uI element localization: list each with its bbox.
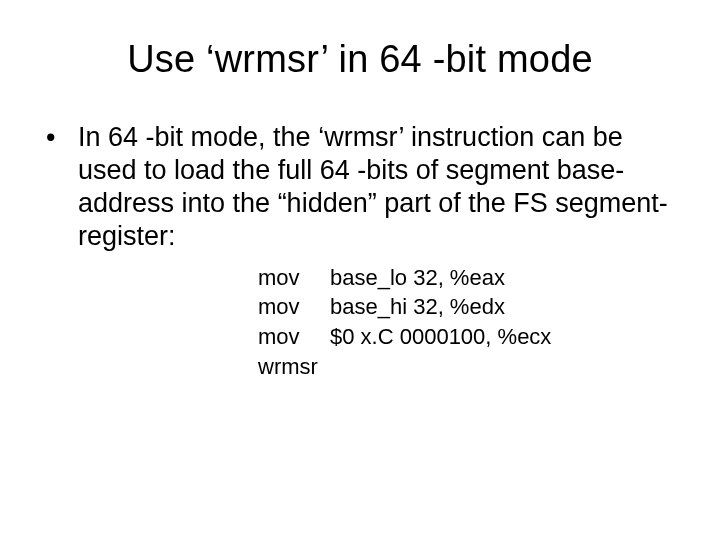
code-mnemonic: mov bbox=[258, 322, 330, 352]
code-operands: base_lo 32, %eax bbox=[330, 263, 680, 293]
bullet-list: In 64 -bit mode, the ‘wrmsr’ instruction… bbox=[40, 121, 680, 382]
code-operands bbox=[330, 352, 680, 382]
slide: Use ‘wrmsr’ in 64 -bit mode In 64 -bit m… bbox=[0, 0, 720, 540]
code-mnemonic: mov bbox=[258, 263, 330, 293]
code-mnemonic: wrmsr bbox=[258, 352, 330, 382]
code-operands: $0 x.C 0000100, %ecx bbox=[330, 322, 680, 352]
code-line: mov base_lo 32, %eax bbox=[258, 263, 680, 293]
code-line: mov $0 x.C 0000100, %ecx bbox=[258, 322, 680, 352]
code-mnemonic: mov bbox=[258, 292, 330, 322]
slide-body: In 64 -bit mode, the ‘wrmsr’ instruction… bbox=[40, 121, 680, 382]
slide-title: Use ‘wrmsr’ in 64 -bit mode bbox=[40, 38, 680, 81]
code-line: wrmsr bbox=[258, 352, 680, 382]
bullet-item: In 64 -bit mode, the ‘wrmsr’ instruction… bbox=[40, 121, 680, 382]
code-line: mov base_hi 32, %edx bbox=[258, 292, 680, 322]
code-block: mov base_lo 32, %eax mov base_hi 32, %ed… bbox=[258, 263, 680, 382]
bullet-text: In 64 -bit mode, the ‘wrmsr’ instruction… bbox=[78, 122, 668, 251]
code-operands: base_hi 32, %edx bbox=[330, 292, 680, 322]
